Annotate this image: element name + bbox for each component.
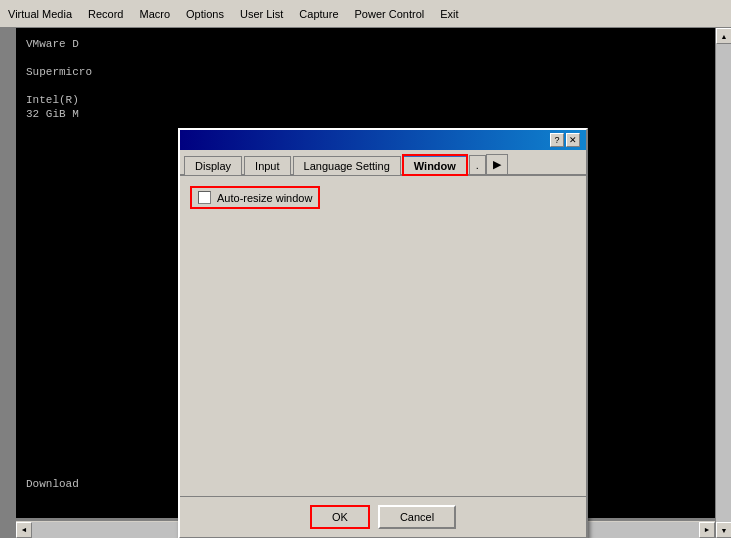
cancel-button[interactable]: Cancel <box>378 505 456 529</box>
auto-resize-label: Auto-resize window <box>217 192 312 204</box>
kvm-line-4 <box>26 80 705 92</box>
menu-virtual-media[interactable]: Virtual Media <box>0 5 80 23</box>
tab-window[interactable]: Window <box>403 155 467 175</box>
auto-resize-checkbox[interactable] <box>198 191 211 204</box>
menubar: Virtual Media Record Macro Options User … <box>0 0 731 28</box>
kvm-line-5: Intel(R) <box>26 94 705 106</box>
dialog-titlebar-buttons: ? ✕ <box>550 133 580 147</box>
kvm-line-6: 32 GiB M <box>26 108 705 120</box>
right-scrollbar: ▲ ▼ <box>715 28 731 538</box>
scroll-track-vertical[interactable] <box>716 44 731 522</box>
tab-language-setting[interactable]: Language Setting <box>293 156 401 175</box>
ok-button[interactable]: OK <box>310 505 370 529</box>
dialog-close-btn[interactable]: ✕ <box>566 133 580 147</box>
menu-options[interactable]: Options <box>178 5 232 23</box>
dialog: ? ✕ Display Input Language Setting Windo… <box>178 128 588 538</box>
scroll-right-btn[interactable]: ► <box>699 522 715 538</box>
scroll-left-btn[interactable]: ◄ <box>16 522 32 538</box>
menu-macro[interactable]: Macro <box>131 5 178 23</box>
dialog-help-btn[interactable]: ? <box>550 133 564 147</box>
tab-bar: Display Input Language Setting Window . … <box>180 150 586 176</box>
menu-power-control[interactable]: Power Control <box>347 5 433 23</box>
tab-input[interactable]: Input <box>244 156 290 175</box>
kvm-line-3: Supermicro <box>26 66 705 78</box>
menu-record[interactable]: Record <box>80 5 131 23</box>
menu-user-list[interactable]: User List <box>232 5 291 23</box>
tab-nav-right[interactable]: ▶ <box>486 154 508 174</box>
dialog-buttons: OK Cancel <box>180 496 586 537</box>
menu-capture[interactable]: Capture <box>291 5 346 23</box>
kvm-line-2 <box>26 52 705 64</box>
dialog-titlebar: ? ✕ <box>180 130 586 150</box>
auto-resize-checkbox-row: Auto-resize window <box>190 186 320 209</box>
scroll-down-btn[interactable]: ▼ <box>716 522 731 538</box>
kvm-line-download: Download <box>26 478 79 490</box>
scroll-up-btn[interactable]: ▲ <box>716 28 731 44</box>
kvm-line-1: VMware D <box>26 38 705 50</box>
tab-display[interactable]: Display <box>184 156 242 175</box>
dialog-content: Auto-resize window <box>180 176 586 496</box>
menu-exit[interactable]: Exit <box>432 5 466 23</box>
tab-dot[interactable]: . <box>469 155 486 174</box>
main-content: ▲ ▼ VMware D Supermicro Intel(R) 32 GiB … <box>0 28 731 538</box>
